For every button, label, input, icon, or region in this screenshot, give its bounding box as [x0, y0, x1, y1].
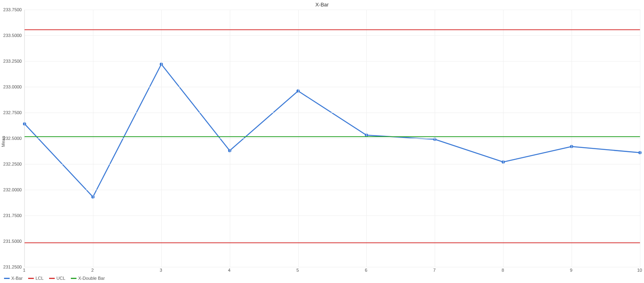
y-tick-label: 231.7500: [2, 213, 22, 218]
x-tick-label: 9: [567, 268, 575, 273]
legend-item-ucl: UCL: [49, 276, 65, 281]
y-tick-label: 232.7500: [2, 110, 22, 115]
series-line-x-bar: [25, 64, 640, 197]
gridline-v: [93, 10, 93, 267]
gridline-v: [503, 10, 504, 267]
x-tick-label: 6: [362, 268, 370, 273]
xbar-control-chart: X-Bar Mean X-Bar LCL UCL X-Double Bar 23…: [0, 0, 644, 283]
legend-item-lcl: LCL: [28, 276, 43, 281]
gridline-h: [25, 241, 640, 242]
limit-line-ucl: [25, 29, 640, 30]
gridline-h: [25, 164, 640, 164]
gridline-h: [25, 61, 640, 62]
limit-line-lcl: [25, 242, 640, 243]
x-tick-label: 2: [89, 268, 97, 273]
y-tick-label: 233.0000: [2, 84, 22, 89]
x-tick-label: 7: [430, 268, 438, 273]
y-tick-label: 232.0000: [2, 187, 22, 192]
y-tick-label: 231.5000: [2, 239, 22, 244]
legend-swatch: [49, 278, 55, 279]
gridline-h: [25, 190, 640, 190]
gridline-v: [161, 10, 162, 267]
legend-label: X-Bar: [11, 276, 23, 281]
gridline-h: [25, 87, 640, 87]
legend-swatch: [28, 278, 34, 279]
legend-item-xdoublebar: X-Double Bar: [71, 276, 105, 281]
limit-line-x-double-bar: [25, 136, 640, 137]
gridline-h: [25, 215, 640, 216]
gridline-h: [25, 113, 640, 113]
y-tick-label: 233.5000: [2, 33, 22, 38]
legend-label: X-Double Bar: [78, 276, 105, 281]
y-tick-label: 232.2500: [2, 162, 22, 166]
x-tick-label: 4: [225, 268, 233, 273]
x-tick-label: 5: [294, 268, 302, 273]
gridline-v: [435, 10, 435, 267]
legend-item-xbar: X-Bar: [4, 276, 23, 281]
plot-area: [24, 10, 640, 267]
legend-swatch: [71, 278, 76, 279]
gridline-h: [25, 10, 640, 10]
gridline-h: [25, 138, 640, 139]
gridline-h: [25, 267, 640, 267]
gridline-v: [640, 10, 640, 267]
legend-label: LCL: [35, 276, 43, 281]
gridline-h: [25, 35, 640, 36]
legend-label: UCL: [56, 276, 65, 281]
gridline-v: [366, 10, 367, 267]
legend-swatch: [4, 278, 10, 279]
gridline-v: [230, 10, 230, 267]
y-tick-label: 233.7500: [2, 7, 22, 12]
x-tick-label: 10: [636, 268, 644, 273]
y-tick-label: 231.2500: [2, 265, 22, 269]
chart-title: X-Bar: [0, 2, 644, 8]
gridline-v: [572, 10, 572, 267]
x-tick-label: 3: [157, 268, 165, 273]
x-tick-label: 8: [499, 268, 507, 273]
gridline-v: [25, 10, 25, 267]
gridline-v: [298, 10, 299, 267]
y-tick-label: 233.2500: [2, 59, 22, 64]
legend: X-Bar LCL UCL X-Double Bar: [4, 276, 105, 281]
y-tick-label: 232.5000: [2, 136, 22, 141]
x-tick-label: 1: [20, 268, 28, 273]
